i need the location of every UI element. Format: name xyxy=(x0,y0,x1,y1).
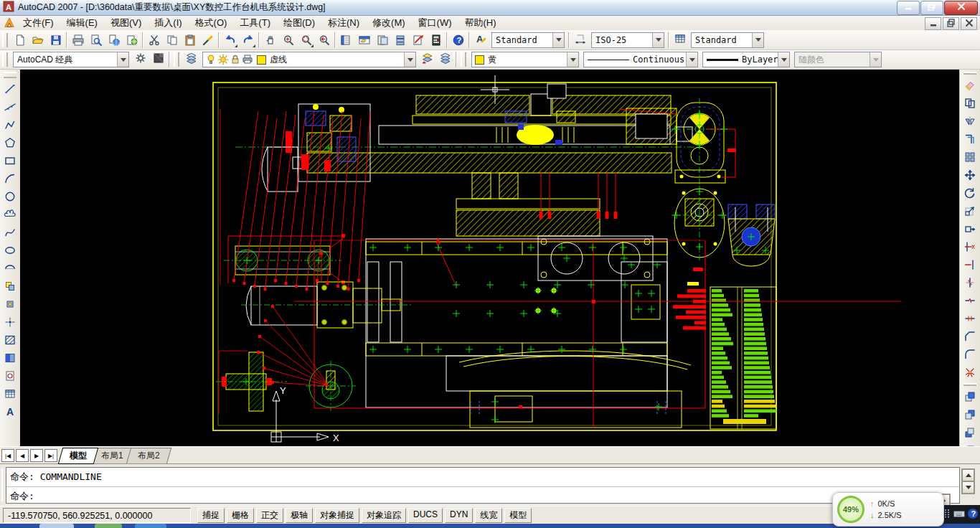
match-properties-button[interactable] xyxy=(199,31,217,49)
taskbar-item[interactable] xyxy=(135,524,166,528)
menu-dimension[interactable]: 标注(N) xyxy=(321,16,366,30)
layer-properties-button[interactable] xyxy=(182,51,200,69)
layout-tab-模型[interactable]: 模型 xyxy=(58,448,99,464)
array-button[interactable] xyxy=(961,148,979,166)
workspace-settings-button[interactable] xyxy=(131,51,149,69)
menu-draw[interactable]: 绘图(D) xyxy=(277,16,321,30)
polyline-button[interactable] xyxy=(1,116,19,133)
color-combo[interactable]: 黄 xyxy=(471,52,579,67)
point-button[interactable] xyxy=(1,313,19,331)
text-style-combo[interactable]: Standard xyxy=(491,32,565,48)
undo-button[interactable] xyxy=(221,31,239,49)
toolbar-grip[interactable] xyxy=(174,52,179,67)
redo-button[interactable] xyxy=(239,31,257,49)
layer-freeze-icon[interactable] xyxy=(217,54,229,65)
chamfer-button[interactable] xyxy=(961,327,979,345)
lineweight-combo[interactable]: ByLayer xyxy=(702,52,790,67)
bring-above-objects-button[interactable] xyxy=(961,423,979,441)
extend-button[interactable] xyxy=(961,255,979,273)
pan-button[interactable] xyxy=(261,31,279,49)
toolbar-grip[interactable] xyxy=(963,72,976,75)
net-speed-widget[interactable]: 49% ↑ 0K/S ↓ 2.5K/S xyxy=(832,492,944,527)
close-button[interactable] xyxy=(944,1,978,15)
toggle-捕捉[interactable]: 捕捉 xyxy=(197,508,225,523)
layer-lock-icon[interactable] xyxy=(230,54,241,65)
toggle-对象捕捉[interactable]: 对象捕捉 xyxy=(315,508,359,523)
copy-button[interactable] xyxy=(961,94,979,112)
bring-to-front-button[interactable] xyxy=(961,387,979,405)
tab-nav-button[interactable]: ▶| xyxy=(44,449,57,462)
copy-clip-button[interactable] xyxy=(163,31,181,49)
zoom-realtime-button[interactable] xyxy=(279,31,297,49)
title-bar[interactable]: A AutoCAD 2007 - [D:\360data\重要数据\桌面\XY数… xyxy=(0,0,980,16)
workspace-combo[interactable]: AutoCAD 经典 xyxy=(13,52,129,67)
trim-button[interactable] xyxy=(961,237,979,255)
menu-window[interactable]: 窗口(W) xyxy=(412,16,458,30)
tab-nav-button[interactable]: |◀ xyxy=(1,449,14,462)
spline-button[interactable] xyxy=(1,223,19,241)
revision-cloud-button[interactable] xyxy=(1,205,19,223)
erase-button[interactable] xyxy=(961,76,979,94)
make-object-layer-current-button[interactable] xyxy=(418,51,436,69)
make-block-button[interactable] xyxy=(1,295,19,313)
toggle-DYN[interactable]: DYN xyxy=(445,508,473,523)
menu-view[interactable]: 视图(V) xyxy=(104,16,148,30)
taskbar-item[interactable] xyxy=(95,524,122,528)
line-button[interactable] xyxy=(1,80,19,98)
toolbar-grip[interactable] xyxy=(4,72,17,78)
toggle-极轴[interactable]: 极轴 xyxy=(286,508,313,523)
zoom-previous-button[interactable] xyxy=(315,31,333,49)
taskbar-item[interactable] xyxy=(39,524,74,528)
layer-on-icon[interactable] xyxy=(205,54,217,65)
polygon-button[interactable] xyxy=(1,133,19,151)
toggle-DUCS[interactable]: DUCS xyxy=(408,508,443,523)
dim-style-combo[interactable]: ISO-25 xyxy=(591,32,664,48)
menu-tools[interactable]: 工具(T) xyxy=(233,16,277,30)
quickcalc-button[interactable] xyxy=(427,31,445,49)
plot-button[interactable] xyxy=(69,31,87,49)
mdi-close-button[interactable] xyxy=(961,17,977,30)
toggle-线宽[interactable]: 线宽 xyxy=(475,508,502,523)
plot-preview-button[interactable] xyxy=(87,31,105,49)
arc-button[interactable] xyxy=(1,169,19,187)
layer-plot-icon[interactable] xyxy=(242,54,253,65)
drawing-canvas[interactable]: Y X xyxy=(20,70,960,446)
menu-file[interactable]: 文件(F) xyxy=(17,16,60,30)
tab-nav-button[interactable]: ◀ xyxy=(16,449,29,462)
command-prompt-line[interactable]: 命令: xyxy=(6,487,959,506)
restore-button[interactable] xyxy=(920,1,943,15)
region-button[interactable] xyxy=(1,367,19,385)
menu-edit[interactable]: 编辑(E) xyxy=(60,16,104,30)
toolbar-grip[interactable] xyxy=(963,383,976,386)
toggle-栅格[interactable]: 栅格 xyxy=(227,508,254,523)
mirror-button[interactable] xyxy=(961,112,979,130)
memory-percent-ring[interactable]: 49% xyxy=(837,496,864,523)
table-button[interactable] xyxy=(1,385,19,402)
rotate-button[interactable] xyxy=(961,184,979,202)
help-button[interactable]: ? xyxy=(449,31,467,49)
publish-button[interactable] xyxy=(105,31,123,49)
scale-button[interactable] xyxy=(961,202,979,220)
join-button[interactable] xyxy=(961,309,979,327)
ellipse-arc-button[interactable] xyxy=(1,259,19,277)
ellipse-button[interactable] xyxy=(1,241,19,259)
toolbar-grip[interactable] xyxy=(2,52,8,67)
keyboard-icon[interactable] xyxy=(953,508,965,522)
menu-format[interactable]: 格式(O) xyxy=(189,16,234,30)
cut-button[interactable] xyxy=(145,31,163,49)
fillet-button[interactable] xyxy=(961,345,979,363)
toggle-对象追踪[interactable]: 对象追踪 xyxy=(362,508,406,523)
offset-button[interactable] xyxy=(961,130,979,148)
menu-insert[interactable]: 插入(I) xyxy=(148,16,188,30)
paste-button[interactable] xyxy=(181,31,199,49)
designcenter-button[interactable] xyxy=(355,31,373,49)
circle-button[interactable] xyxy=(1,187,19,205)
command-vertical-scrollbar[interactable] xyxy=(961,468,975,494)
minimize-button[interactable] xyxy=(897,1,920,15)
menu-modify[interactable]: 修改(M) xyxy=(366,16,412,30)
sheet-set-manager-button[interactable] xyxy=(391,31,409,49)
rectangle-button[interactable] xyxy=(1,151,19,169)
break-button[interactable] xyxy=(961,291,979,309)
tool-palettes-button[interactable] xyxy=(373,31,391,49)
mdi-restore-button[interactable] xyxy=(943,17,959,30)
